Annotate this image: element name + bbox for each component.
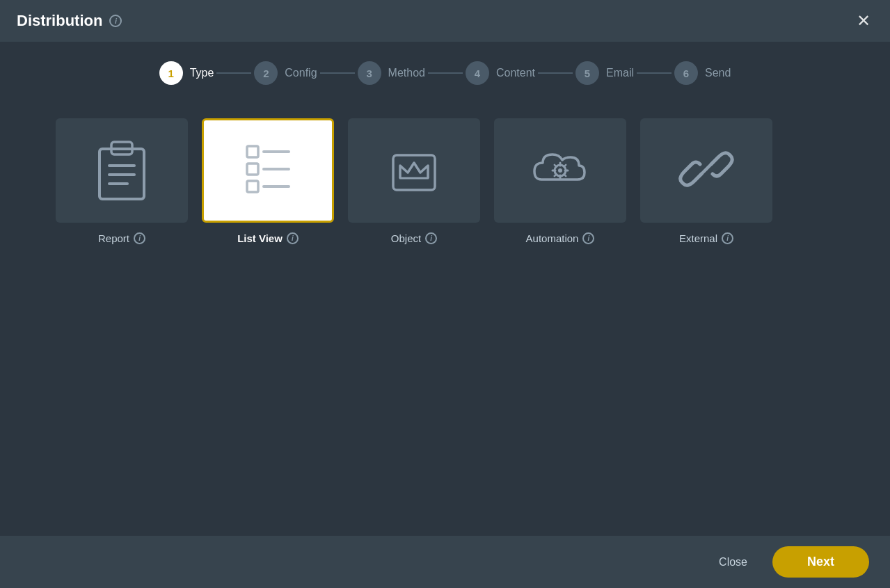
step-3[interactable]: 3 Method [358,61,425,85]
step-1-label: Type [190,67,214,79]
type-cards-container: Report i [56,111,834,244]
step-1[interactable]: 1 Type [159,61,214,85]
title-info-icon[interactable]: i [109,15,122,27]
external-card-box[interactable] [640,118,772,223]
type-card-external[interactable]: External i [640,118,772,244]
automation-icon [527,138,594,203]
step-6-circle: 6 [674,61,698,85]
external-label: External [679,232,717,244]
svg-rect-5 [247,146,258,157]
step-5[interactable]: 5 Email [575,61,634,85]
step-connector-3-4 [428,72,463,74]
step-2-circle: 2 [254,61,278,85]
object-label-row: Object i [391,232,437,244]
object-info-icon[interactable]: i [425,232,437,244]
step-connector-4-5 [538,72,573,74]
step-3-circle: 3 [358,61,381,85]
report-icon [94,136,150,205]
step-6[interactable]: 6 Send [674,61,731,85]
step-4[interactable]: 4 Content [466,61,535,85]
svg-line-20 [564,174,566,176]
external-label-row: External i [679,232,733,244]
step-5-circle: 5 [575,61,599,85]
step-1-circle: 1 [159,61,183,85]
next-button[interactable]: Next [772,546,869,578]
object-icon [383,138,445,203]
modal-footer: Close Next [0,536,890,588]
list-view-info-icon[interactable]: i [287,232,299,244]
type-card-list-view[interactable]: List View i [202,118,334,244]
report-card-box[interactable] [56,118,188,223]
step-connector-1-2 [216,72,251,74]
svg-line-23 [700,163,713,175]
automation-label-row: Automation i [526,232,595,244]
step-3-label: Method [388,67,425,79]
list-view-card-box[interactable] [202,118,334,223]
svg-line-22 [554,174,556,176]
step-6-label: Send [705,67,731,79]
svg-rect-9 [247,181,258,192]
report-label: Report [98,232,129,244]
title-area: Distribution i [17,12,122,30]
external-icon [675,138,738,203]
step-4-label: Content [496,67,535,79]
list-view-label-row: List View i [237,232,299,244]
report-label-row: Report i [98,232,145,244]
svg-line-19 [554,165,556,167]
svg-line-21 [564,165,566,167]
distribution-modal: Distribution i ✕ 1 Type 2 Config 3 Metho… [0,0,890,588]
step-2-label: Config [285,67,317,79]
step-4-circle: 4 [466,61,489,85]
step-5-label: Email [606,67,634,79]
svg-rect-7 [247,164,258,175]
object-card-box[interactable] [348,118,480,223]
external-info-icon[interactable]: i [722,232,733,244]
report-info-icon[interactable]: i [134,232,145,244]
step-connector-2-3 [320,72,355,74]
automation-card-box[interactable] [494,118,626,223]
stepper: 1 Type 2 Config 3 Method 4 Content 5 Ema… [0,42,890,104]
close-x-button[interactable]: ✕ [854,10,873,32]
step-connector-5-6 [637,72,672,74]
modal-title: Distribution [17,12,102,30]
automation-info-icon[interactable]: i [582,232,594,244]
modal-content: Report i [0,104,890,536]
list-view-icon [240,138,296,203]
type-card-automation[interactable]: Automation i [494,118,626,244]
list-view-label: List View [237,232,283,244]
type-card-report[interactable]: Report i [56,118,188,244]
step-2[interactable]: 2 Config [254,61,317,85]
modal-header: Distribution i ✕ [0,0,890,42]
object-label: Object [391,232,421,244]
svg-point-14 [558,168,562,173]
automation-label: Automation [526,232,579,244]
type-card-object[interactable]: Object i [348,118,480,244]
close-button[interactable]: Close [705,549,761,575]
